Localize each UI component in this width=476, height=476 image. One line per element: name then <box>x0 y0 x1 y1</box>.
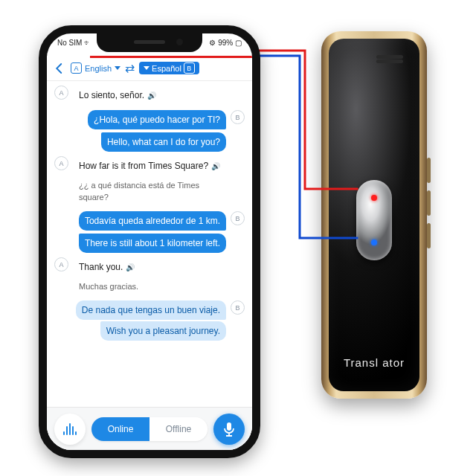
chat-scroll[interactable]: A Lo siento, señor.🔊 ¿Hola, qué puedo ha… <box>47 81 252 407</box>
language-bar: A English ⇄ Español B <box>47 56 252 81</box>
microphone-icon <box>222 421 237 437</box>
sound-icon[interactable]: 🔊 <box>126 262 133 274</box>
phone: No SIM ᯤ ⚙ 99% ▢ A English ⇄ Español B <box>39 25 260 458</box>
swap-languages-icon[interactable]: ⇄ <box>125 61 135 75</box>
message-text: How far is it from Times Square?🔊 <box>73 156 229 176</box>
message-row: A Lo siento, señor.🔊 <box>54 86 245 106</box>
status-battery: ⚙ 99% ▢ <box>209 39 242 47</box>
translator-device: Transl ator <box>321 31 427 399</box>
message-text: Lo siento, señor.🔊 <box>73 86 161 106</box>
message-translation: Hello, what can I do for you? <box>101 132 226 152</box>
message-row: A Thank you.🔊 Muchas gracias. <box>54 257 245 296</box>
language-a-name: English <box>85 64 112 73</box>
avatar-b: B <box>231 300 245 315</box>
message-text: Todavía queda alrededor de 1 km. <box>79 211 226 231</box>
avatar-b: B <box>231 211 245 225</box>
mode-segmented-control[interactable]: Online Offline <box>91 417 208 441</box>
avatar-a: A <box>54 257 68 271</box>
message-translation: ¿¿ a qué distancia está de Times square? <box>73 176 229 207</box>
sound-icon[interactable]: 🔊 <box>147 90 155 102</box>
message-translation: Wish you a pleasant journey. <box>100 321 226 341</box>
message-row: De nada que tengas un buen viaje. Wish y… <box>54 300 245 341</box>
status-carrier: No SIM ᯤ <box>57 39 91 47</box>
message-row: Todavía queda alrededor de 1 km. There i… <box>54 211 245 253</box>
mode-offline[interactable]: Offline <box>149 417 208 441</box>
speaker-grille <box>376 55 403 59</box>
footer-bar: Online Offline <box>47 407 252 450</box>
avatar-b: B <box>231 110 245 124</box>
message-translation: There is still about 1 kilometer left. <box>79 234 226 253</box>
device-screen: Transl ator <box>329 39 419 391</box>
message-translation: Muchas gracias. <box>73 277 144 296</box>
message-text: Thank you.🔊 <box>73 257 144 277</box>
language-a-selector[interactable]: A English <box>71 62 120 74</box>
device-brand-label: Transl ator <box>329 356 419 369</box>
microphone-button[interactable] <box>213 414 245 445</box>
voice-visualizer-button[interactable] <box>54 414 86 445</box>
message-text: ¿Hola, qué puedo hacer por TI? <box>88 110 226 129</box>
language-b-name: Español <box>152 64 181 73</box>
chevron-down-icon <box>115 66 120 70</box>
button-a-indicator[interactable] <box>371 195 377 201</box>
waveform-icon <box>63 423 77 435</box>
svg-rect-0 <box>227 422 231 431</box>
sound-icon[interactable]: 🔊 <box>211 161 219 173</box>
side-buttons[interactable] <box>427 158 431 256</box>
message-row: ¿Hola, qué puedo hacer por TI? Hello, wh… <box>54 110 245 152</box>
chevron-down-icon <box>144 66 149 70</box>
red-indicator-line <box>90 56 260 58</box>
language-a-badge: A <box>71 62 82 74</box>
avatar-a: A <box>54 156 68 170</box>
message-text: De nada que tengas un buen viaje. <box>76 300 226 320</box>
language-b-selector[interactable]: Español B <box>139 62 199 74</box>
language-b-badge: B <box>184 62 195 74</box>
control-pill[interactable] <box>356 180 392 260</box>
mode-online[interactable]: Online <box>91 417 149 441</box>
phone-notch <box>97 33 202 52</box>
avatar-a: A <box>54 86 68 100</box>
message-row: A How far is it from Times Square?🔊 ¿¿ a… <box>54 156 245 207</box>
button-b-indicator[interactable] <box>371 239 377 245</box>
back-icon[interactable] <box>53 62 66 75</box>
